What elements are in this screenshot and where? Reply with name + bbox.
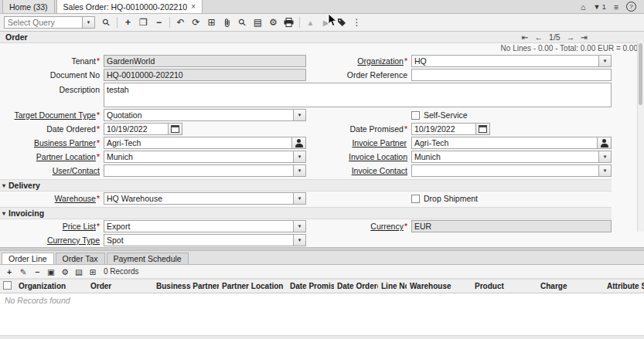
- zoom-across-icon[interactable]: ⚲: [235, 15, 250, 29]
- collapse-icon[interactable]: ▾: [2, 210, 5, 217]
- user-contact-label[interactable]: User/Contact: [0, 166, 104, 175]
- chevron-down-icon[interactable]: ▾: [294, 220, 306, 232]
- business-partner-search-icon[interactable]: [292, 137, 306, 149]
- description-field[interactable]: testah: [104, 83, 612, 107]
- print-icon[interactable]: [281, 15, 296, 29]
- invoice-contact-field[interactable]: ▾: [411, 164, 612, 177]
- drop-shipment-checkbox[interactable]: [411, 195, 420, 203]
- invoice-partner-field[interactable]: Agri-Tech: [411, 137, 612, 149]
- process-line-icon[interactable]: ⚙: [59, 266, 71, 277]
- chevron-down-icon[interactable]: ▾: [294, 192, 306, 205]
- column-header-date-promised[interactable]: Date Promised: [287, 280, 334, 293]
- archive-icon[interactable]: ▲: [303, 15, 318, 29]
- invoice-location-value[interactable]: Munich: [411, 151, 599, 163]
- column-header-attribute-set[interactable]: Attribute Set: [604, 280, 644, 293]
- vertical-scrollbar[interactable]: [637, 41, 644, 232]
- collapse-icon[interactable]: ▾: [2, 182, 5, 189]
- invoice-location-field[interactable]: Munich ▾: [411, 151, 612, 163]
- organization-value[interactable]: HQ: [411, 55, 599, 67]
- invoice-contact-label[interactable]: Invoice Contact: [306, 166, 411, 175]
- invoice-contact-value[interactable]: [411, 164, 599, 177]
- column-header-business-partner[interactable]: Business Partner: [153, 280, 219, 293]
- grid-toggle-icon[interactable]: ⊞: [204, 15, 219, 29]
- menu-icon[interactable]: ≡: [614, 2, 618, 12]
- column-header-charge[interactable]: Charge: [537, 280, 604, 293]
- chevron-down-icon[interactable]: ▾: [599, 151, 612, 163]
- currency-type-label[interactable]: Currency Type: [0, 236, 104, 245]
- chevron-down-icon[interactable]: ▾: [83, 16, 95, 29]
- refresh-icon[interactable]: ⟳: [189, 15, 203, 29]
- date-ordered-value[interactable]: 10/19/2022: [104, 123, 169, 135]
- more-options-icon[interactable]: ⋮: [349, 15, 364, 29]
- tab-order-tax[interactable]: Order Tax: [56, 253, 105, 264]
- help-icon[interactable]: ?: [626, 2, 636, 12]
- column-header-product[interactable]: Product: [472, 280, 537, 293]
- price-list-value[interactable]: Export: [104, 220, 294, 232]
- tab-payment-schedule[interactable]: Payment Schedule: [107, 253, 189, 264]
- chevron-down-icon[interactable]: ▾: [294, 234, 306, 246]
- order-reference-value[interactable]: [411, 69, 612, 81]
- chevron-down-icon[interactable]: ▾: [294, 109, 306, 121]
- chevron-down-icon[interactable]: ▾: [599, 55, 612, 67]
- partner-location-value[interactable]: Munich: [104, 151, 294, 163]
- business-partner-label[interactable]: Business Partner*: [0, 138, 104, 147]
- last-record-icon[interactable]: ⇥: [581, 32, 588, 42]
- target-document-type-value[interactable]: Quotation: [104, 109, 294, 121]
- new-record-icon[interactable]: +: [121, 15, 135, 29]
- date-promised-value[interactable]: 10/19/2022: [411, 123, 476, 135]
- column-header-order[interactable]: Order: [87, 280, 153, 293]
- column-header-warehouse[interactable]: Warehouse: [407, 280, 472, 293]
- tab-order-line[interactable]: Order Line: [2, 253, 54, 264]
- partner-location-field[interactable]: Munich ▾: [104, 151, 306, 163]
- undo-icon[interactable]: ↶: [173, 15, 188, 29]
- export-icon[interactable]: ▤: [73, 266, 85, 277]
- delete-record-icon[interactable]: −: [152, 15, 166, 29]
- currency-label[interactable]: Currency*: [306, 222, 411, 231]
- save-line-icon[interactable]: ▣: [45, 266, 57, 277]
- calendar-icon[interactable]: [169, 123, 182, 135]
- warehouse-value[interactable]: HQ Warehouse: [104, 192, 294, 205]
- column-header-partner-location[interactable]: Partner Location: [219, 280, 287, 293]
- home-icon[interactable]: ⌂: [581, 2, 585, 12]
- invoice-partner-search-icon[interactable]: [598, 137, 612, 149]
- select-query-combobox[interactable]: Select Query ▾: [4, 16, 95, 29]
- user-contact-value[interactable]: [104, 164, 294, 177]
- currency-type-value[interactable]: Spot: [104, 234, 294, 246]
- chevron-down-icon[interactable]: ▾: [294, 151, 306, 163]
- organization-field[interactable]: HQ ▾: [411, 55, 612, 67]
- calendar-icon[interactable]: [476, 123, 490, 135]
- business-partner-field[interactable]: Agri-Tech: [104, 137, 306, 149]
- chevron-down-icon[interactable]: ▾: [599, 164, 612, 177]
- date-promised-field[interactable]: 10/19/2022: [411, 123, 612, 135]
- chevron-down-icon[interactable]: ▾: [294, 164, 306, 177]
- select-query-value[interactable]: Select Query: [4, 16, 83, 29]
- order-reference-field[interactable]: [411, 69, 612, 81]
- close-tab-icon[interactable]: ×: [191, 2, 196, 11]
- open-windows-dropdown[interactable]: ▼ 1: [593, 3, 605, 11]
- previous-record-icon[interactable]: ←: [535, 32, 543, 42]
- business-partner-value[interactable]: Agri-Tech: [104, 137, 292, 149]
- new-line-icon[interactable]: +: [3, 266, 15, 277]
- find-icon[interactable]: ⚲: [99, 15, 114, 29]
- column-header-date-ordered[interactable]: Date Ordered: [334, 280, 378, 293]
- warehouse-field[interactable]: HQ Warehouse ▾: [104, 192, 306, 205]
- select-all-checkbox[interactable]: [3, 281, 12, 290]
- warehouse-label[interactable]: Warehouse*: [0, 194, 104, 203]
- invoicing-section-header[interactable]: ▾ Invoicing: [0, 207, 612, 219]
- invoice-partner-label[interactable]: Invoice Partner: [306, 138, 411, 147]
- target-document-type-label[interactable]: Target Document Type*: [0, 110, 104, 120]
- first-record-icon[interactable]: ⇤: [522, 32, 529, 42]
- column-header-line-no[interactable]: Line No: [378, 280, 407, 293]
- copy-record-icon[interactable]: ❐: [136, 15, 151, 29]
- delivery-section-header[interactable]: ▾ Delivery: [0, 179, 612, 192]
- edit-line-icon[interactable]: ✎: [17, 266, 29, 277]
- self-service-checkbox[interactable]: [411, 111, 420, 120]
- price-list-field[interactable]: Export ▾: [104, 220, 306, 232]
- delete-line-icon[interactable]: −: [31, 266, 43, 277]
- report-icon[interactable]: ▤: [250, 15, 265, 29]
- partner-location-label[interactable]: Partner Location*: [0, 152, 104, 161]
- column-header-organization[interactable]: Organization: [15, 280, 87, 293]
- scrollbar-thumb[interactable]: [639, 43, 642, 105]
- currency-type-field[interactable]: Spot ▾: [104, 234, 306, 246]
- customize-grid-icon[interactable]: ⊞: [87, 266, 99, 277]
